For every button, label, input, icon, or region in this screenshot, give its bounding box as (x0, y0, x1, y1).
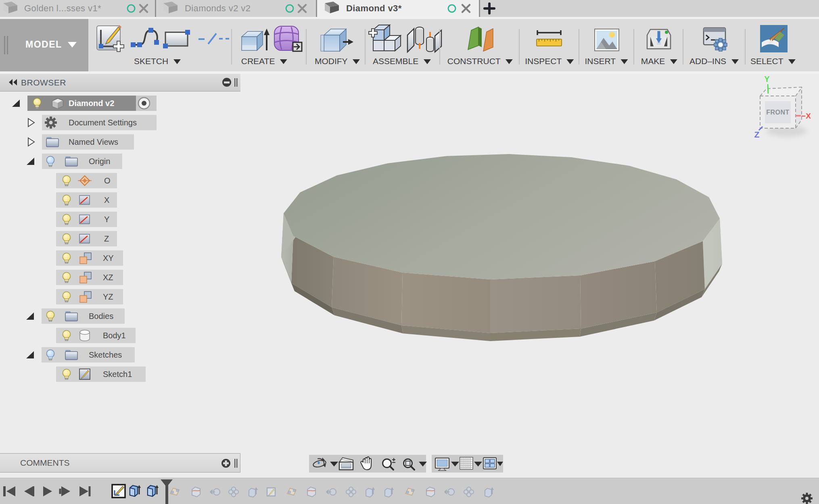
svg-text:Y: Y (764, 75, 770, 83)
svg-text:Sketches: Sketches (89, 350, 122, 359)
svg-text:XY: XY (103, 254, 114, 262)
svg-text:Document Settings: Document Settings (69, 118, 137, 127)
svg-text:X: X (104, 196, 109, 204)
svg-text:−X: −X (801, 112, 811, 120)
svg-text:Sketch1: Sketch1 (103, 370, 132, 379)
svg-text:Origin: Origin (89, 157, 110, 166)
svg-text:Body1: Body1 (103, 331, 126, 340)
svg-text:Bodies: Bodies (89, 312, 113, 321)
svg-text:Diamond v2: Diamond v2 (69, 99, 114, 108)
svg-text:XZ: XZ (103, 273, 113, 282)
svg-text:Z: Z (104, 234, 109, 243)
svg-text:Z: Z (754, 130, 760, 139)
svg-text:YZ: YZ (103, 292, 113, 301)
svg-text:Named Views: Named Views (69, 137, 118, 146)
svg-text:FRONT: FRONT (766, 109, 790, 116)
svg-text:O: O (104, 176, 111, 185)
svg-text:Y: Y (104, 215, 109, 224)
